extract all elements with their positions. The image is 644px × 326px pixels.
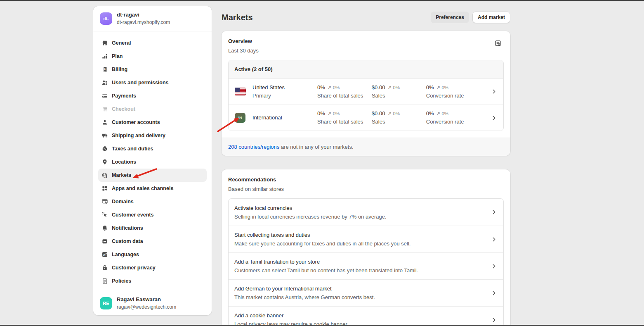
chevron-right-icon[interactable] bbox=[491, 263, 498, 270]
sidebar-item-shipping-and-delivery[interactable]: Shipping and delivery bbox=[98, 129, 207, 142]
sidebar-item-general[interactable]: General bbox=[98, 36, 207, 50]
user-email: ragavi@wedesigntech.com bbox=[117, 304, 176, 310]
page-header: Markets Preferences Add market bbox=[222, 9, 510, 26]
sidebar-item-apps-and-sales-channels[interactable]: Apps and sales channels bbox=[98, 182, 207, 195]
user-footer[interactable]: RE Ragavi Easwaran ragavi@wedesigntech.c… bbox=[93, 291, 212, 315]
stat-value: 0% bbox=[426, 84, 434, 90]
recommendation-activate-local-currencies[interactable]: Activate local currenciesSelling in loca… bbox=[229, 199, 503, 226]
overview-subtitle: Last 30 days bbox=[228, 47, 259, 55]
chevron-right-icon[interactable] bbox=[491, 114, 498, 121]
bell-icon bbox=[101, 225, 108, 231]
recommendations-card: Recommendations Based on similar stores … bbox=[222, 169, 510, 326]
market-stat-sales: $0.00↗ 0%Sales bbox=[372, 110, 426, 126]
document-icon bbox=[101, 278, 108, 284]
sidebar-item-custom-data[interactable]: Custom data bbox=[98, 235, 207, 248]
recommendation-add-a-cookie-banner[interactable]: Add a cookie bannerLocal privacy laws ma… bbox=[229, 306, 503, 326]
chevron-right-icon[interactable] bbox=[491, 88, 498, 95]
stat-delta: ↗ 0% bbox=[328, 85, 340, 90]
chevron-right-icon[interactable] bbox=[491, 209, 498, 216]
sidebar-item-domains[interactable]: Domains bbox=[98, 195, 207, 208]
market-name: International bbox=[252, 114, 282, 121]
market-name: United States bbox=[252, 84, 285, 91]
overview-title: Overview bbox=[228, 38, 259, 45]
sidebar-item-label: Notifications bbox=[112, 225, 143, 231]
sidebar-item-users-and-permissions[interactable]: Users and permissions bbox=[98, 76, 207, 89]
store-domain: dt-ragavi.myshopify.com bbox=[117, 19, 170, 26]
user-avatar: RE bbox=[100, 297, 112, 309]
sidebar-item-policies[interactable]: Policies bbox=[98, 274, 207, 288]
payments-icon bbox=[101, 93, 108, 99]
store-header[interactable]: dt- dt-ragavi dt-ragavi.myshopify.com bbox=[93, 6, 212, 31]
translate-icon: A bbox=[101, 251, 108, 258]
recommendation-start-collecting-taxes-and-duties[interactable]: Start collecting taxes and dutiesMake su… bbox=[229, 226, 503, 252]
market-row-international[interactable]: INInternational0%↗ 0%Share of total sale… bbox=[229, 105, 503, 131]
market-rows: United StatesPrimary0%↗ 0%Share of total… bbox=[229, 79, 503, 131]
sidebar-item-languages[interactable]: ALanguages bbox=[98, 248, 207, 261]
recommendation-title: Add German to your International market bbox=[234, 285, 375, 293]
sidebar-item-notifications[interactable]: Notifications bbox=[98, 221, 207, 235]
browser-cursor-icon bbox=[101, 198, 108, 205]
stat-delta: ↗ 0% bbox=[387, 111, 399, 116]
recommendation-description: Make sure you're accounting for taxes an… bbox=[234, 240, 410, 247]
market-stat-sales: $0.00↗ 0%Sales bbox=[372, 84, 426, 100]
store-icon bbox=[101, 40, 108, 46]
overview-footer: 208 countries/regions are not in any of … bbox=[222, 138, 510, 156]
sidebar-item-payments[interactable]: Payments bbox=[98, 89, 207, 102]
header-actions: Preferences Add market bbox=[431, 12, 510, 23]
recommendations-subtitle: Based on similar stores bbox=[228, 186, 284, 193]
sidebar-item-customer-events[interactable]: Customer events bbox=[98, 208, 207, 221]
svg-text:$: $ bbox=[106, 175, 107, 178]
chevron-right-icon[interactable] bbox=[491, 316, 498, 324]
market-stat-share-of-total-sales: 0%↗ 0%Share of total sales bbox=[317, 110, 372, 126]
sidebar-item-label: Customer events bbox=[112, 212, 153, 218]
stat-delta: ↗ 0% bbox=[328, 111, 340, 116]
sidebar-item-locations[interactable]: Locations bbox=[98, 155, 207, 169]
overview-card: Overview Last 30 days Active (2 of 50) U… bbox=[222, 31, 510, 156]
market-subtitle: Primary bbox=[252, 92, 285, 100]
sidebar-item-label: Custom data bbox=[112, 238, 143, 244]
recommendation-title: Add a Tamil translation to your store bbox=[234, 258, 418, 266]
view-report-icon[interactable] bbox=[492, 38, 504, 49]
page-title: Markets bbox=[222, 13, 253, 22]
sidebar-item-billing[interactable]: $Billing bbox=[98, 63, 207, 76]
sidebar-item-label: Billing bbox=[112, 67, 127, 72]
sidebar-item-plan[interactable]: Plan bbox=[98, 50, 207, 63]
recommendation-add-german-to-your-international-market[interactable]: Add German to your International marketT… bbox=[229, 279, 503, 306]
market-stat-share-of-total-sales: 0%↗ 0%Share of total sales bbox=[317, 84, 372, 100]
person-icon bbox=[101, 119, 108, 126]
chevron-right-icon[interactable] bbox=[491, 236, 498, 243]
sidebar-item-markets[interactable]: $Markets bbox=[98, 169, 207, 182]
plan-icon bbox=[101, 53, 108, 59]
svg-text:$: $ bbox=[104, 67, 106, 71]
sidebar-item-customer-privacy[interactable]: Customer privacy bbox=[98, 261, 207, 274]
recommendations-list: Activate local currenciesSelling in loca… bbox=[228, 198, 504, 326]
sidebar-item-label: Payments bbox=[112, 93, 136, 99]
preferences-button[interactable]: Preferences bbox=[431, 12, 469, 23]
recommendation-add-a-tamil-translation-to-your-store[interactable]: Add a Tamil translation to your storeCus… bbox=[229, 252, 503, 279]
stat-delta: ↗ 0% bbox=[436, 111, 448, 116]
market-stat-conversion-rate: 0%↗ 0%Conversion rate bbox=[426, 110, 491, 126]
active-markets-header: Active (2 of 50) bbox=[229, 60, 503, 79]
chevron-right-icon[interactable] bbox=[491, 290, 498, 297]
international-badge-icon: IN bbox=[235, 113, 245, 123]
market-row-united-states[interactable]: United StatesPrimary0%↗ 0%Share of total… bbox=[229, 79, 503, 105]
recommendation-description: Customers can select Tamil but no conten… bbox=[234, 267, 418, 274]
sidebar-item-label: Markets bbox=[112, 172, 131, 178]
market-stat-conversion-rate: 0%↗ 0%Conversion rate bbox=[426, 84, 491, 100]
sidebar-item-label: General bbox=[112, 40, 131, 46]
overview-footer-text: are not in any of your markets. bbox=[279, 144, 353, 150]
stat-label: Sales bbox=[372, 92, 422, 100]
sidebar-item-taxes-and-duties[interactable]: Taxes and duties bbox=[98, 142, 207, 155]
sidebar-item-label: Customer accounts bbox=[112, 119, 160, 125]
add-market-button[interactable]: Add market bbox=[472, 12, 510, 23]
sidebar-item-label: Plan bbox=[112, 53, 123, 59]
settings-sidebar: dt- dt-ragavi dt-ragavi.myshopify.com Ge… bbox=[93, 6, 212, 315]
sidebar-item-label: Users and permissions bbox=[112, 80, 169, 86]
countries-regions-link[interactable]: 208 countries/regions bbox=[228, 144, 279, 150]
stat-value: 0% bbox=[317, 84, 325, 90]
sidebar-item-customer-accounts[interactable]: Customer accounts bbox=[98, 116, 207, 129]
cart-icon bbox=[101, 106, 108, 112]
sidebar-item-label: Policies bbox=[112, 278, 131, 284]
sidebar-item-label: Taxes and duties bbox=[112, 146, 153, 152]
billing-icon: $ bbox=[101, 66, 108, 73]
